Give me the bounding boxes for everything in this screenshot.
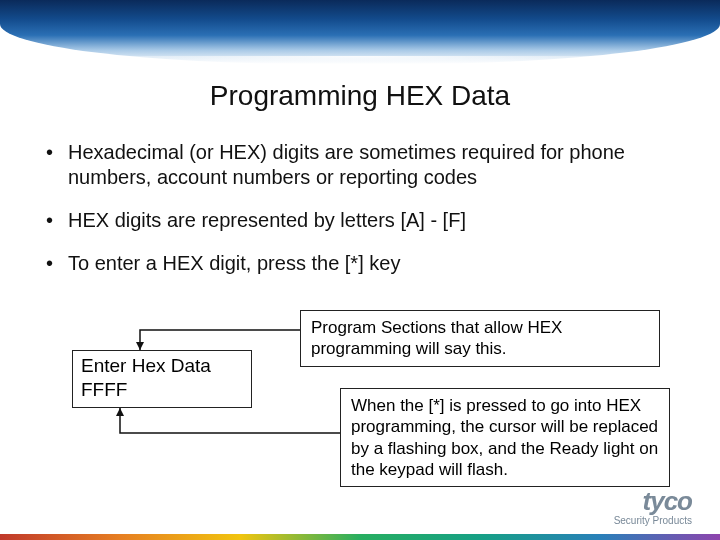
callout-bottom-text: When the [*] is pressed to go into HEX p…: [351, 396, 658, 479]
keypad-display: Enter Hex Data FFFF: [72, 350, 252, 408]
header-banner: [0, 0, 720, 64]
callout-top: Program Sections that allow HEX programm…: [300, 310, 660, 367]
bullet-text: Hexadecimal (or HEX) digits are sometime…: [68, 141, 625, 188]
display-line2: FFFF: [73, 379, 251, 407]
bullet-item: To enter a HEX digit, press the [*] key: [40, 251, 680, 276]
display-line1: Enter Hex Data: [73, 351, 251, 379]
brand-logo: tyco Security Products: [614, 486, 692, 526]
bullet-text: To enter a HEX digit, press the [*] key: [68, 252, 400, 274]
arrow-bottom: [110, 408, 340, 448]
arrow-top: [130, 320, 300, 350]
slide: Programming HEX Data Hexadecimal (or HEX…: [0, 0, 720, 540]
callout-top-text: Program Sections that allow HEX programm…: [311, 318, 562, 358]
bullet-text: HEX digits are represented by letters [A…: [68, 209, 466, 231]
footer-stripe: [0, 534, 720, 540]
logo-main: tyco: [614, 486, 692, 517]
logo-sub: Security Products: [614, 515, 692, 526]
bullet-item: Hexadecimal (or HEX) digits are sometime…: [40, 140, 680, 190]
bullet-list: Hexadecimal (or HEX) digits are sometime…: [40, 140, 680, 294]
bullet-item: HEX digits are represented by letters [A…: [40, 208, 680, 233]
callout-bottom: When the [*] is pressed to go into HEX p…: [340, 388, 670, 487]
slide-title: Programming HEX Data: [0, 80, 720, 112]
